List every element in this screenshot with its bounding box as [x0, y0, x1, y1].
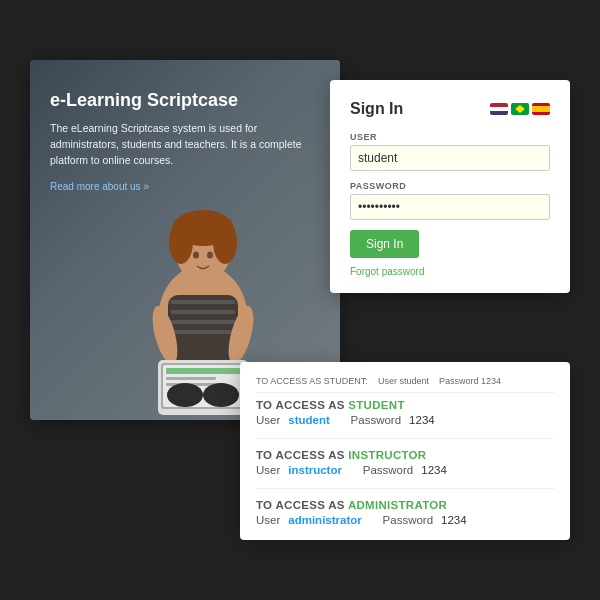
- svg-rect-19: [166, 377, 216, 380]
- flag-us[interactable]: [490, 103, 508, 115]
- instructor-pass-label: Password: [350, 464, 413, 476]
- password-field-group: PASSWORD: [350, 181, 550, 230]
- student-title: TO ACCESS AS STUDENT: [256, 399, 554, 411]
- instructor-title: TO ACCESS AS INSTRUCTOR: [256, 449, 554, 461]
- language-flags: [490, 103, 550, 115]
- student-role-highlight: STUDENT: [348, 399, 404, 411]
- student-username: student: [288, 414, 330, 426]
- svg-rect-4: [171, 320, 235, 324]
- tooltip-user: User student: [378, 376, 437, 386]
- user-label: USER: [350, 132, 550, 142]
- instructor-credentials: User instructor Password 1234: [256, 464, 554, 476]
- sign-in-header: Sign In: [350, 100, 550, 118]
- info-section-instructor: TO ACCESS AS INSTRUCTOR User instructor …: [256, 449, 554, 476]
- student-credentials: User student Password 1234: [256, 414, 554, 426]
- student-pass-label: Password: [338, 414, 401, 426]
- sign-in-button[interactable]: Sign In: [350, 230, 419, 258]
- svg-point-21: [167, 383, 203, 407]
- tooltip-label: TO ACCESS AS STUDENT:: [256, 376, 375, 386]
- svg-rect-3: [171, 310, 235, 314]
- tooltip-pass: Password 1234: [439, 376, 501, 386]
- svg-rect-5: [171, 330, 235, 334]
- instructor-user-label: User: [256, 464, 280, 476]
- password-label: PASSWORD: [350, 181, 550, 191]
- password-input[interactable]: [350, 194, 550, 220]
- main-container: e-Learning Scriptcase The eLearning Scri…: [30, 60, 570, 540]
- flag-es[interactable]: [532, 103, 550, 115]
- instructor-username: instructor: [288, 464, 342, 476]
- student-password: 1234: [409, 414, 435, 426]
- flag-br[interactable]: [511, 103, 529, 115]
- svg-point-11: [193, 252, 199, 259]
- svg-point-22: [203, 383, 239, 407]
- info-section-student: TO ACCESS AS STUDENT User student Passwo…: [256, 399, 554, 426]
- forgot-password-link[interactable]: Forgot password: [350, 266, 550, 277]
- info-section-admin: TO ACCESS AS ADMINISTRATOR User administ…: [256, 499, 554, 526]
- app-description: The eLearning Scriptcase system is used …: [50, 121, 320, 168]
- svg-point-12: [207, 252, 213, 259]
- svg-rect-18: [166, 368, 240, 374]
- user-input[interactable]: [350, 145, 550, 171]
- user-field-group: USER: [350, 132, 550, 181]
- admin-role-highlight: ADMINISTRATOR: [348, 499, 447, 511]
- admin-credentials: User administrator Password 1234: [256, 514, 554, 526]
- info-card: TO ACCESS AS STUDENT: User student Passw…: [240, 362, 570, 540]
- sign-in-title: Sign In: [350, 100, 403, 118]
- instructor-password: 1234: [421, 464, 447, 476]
- admin-user-label: User: [256, 514, 280, 526]
- left-panel-content: e-Learning Scriptcase The eLearning Scri…: [50, 90, 320, 194]
- svg-rect-10: [173, 218, 233, 238]
- admin-pass-label: Password: [370, 514, 433, 526]
- tooltip-mini: TO ACCESS AS STUDENT: User student Passw…: [256, 376, 554, 393]
- admin-password: 1234: [441, 514, 467, 526]
- divider-1: [256, 438, 554, 439]
- app-title: e-Learning Scriptcase: [50, 90, 320, 111]
- admin-username: administrator: [288, 514, 362, 526]
- sign-in-panel: Sign In USER PASSWORD Sign In Forgot pas…: [330, 80, 570, 293]
- read-more-link[interactable]: Read more about us »: [50, 181, 149, 192]
- instructor-role-highlight: INSTRUCTOR: [348, 449, 426, 461]
- svg-rect-2: [171, 300, 235, 304]
- divider-2: [256, 488, 554, 489]
- student-user-label: User: [256, 414, 280, 426]
- admin-title: TO ACCESS AS ADMINISTRATOR: [256, 499, 554, 511]
